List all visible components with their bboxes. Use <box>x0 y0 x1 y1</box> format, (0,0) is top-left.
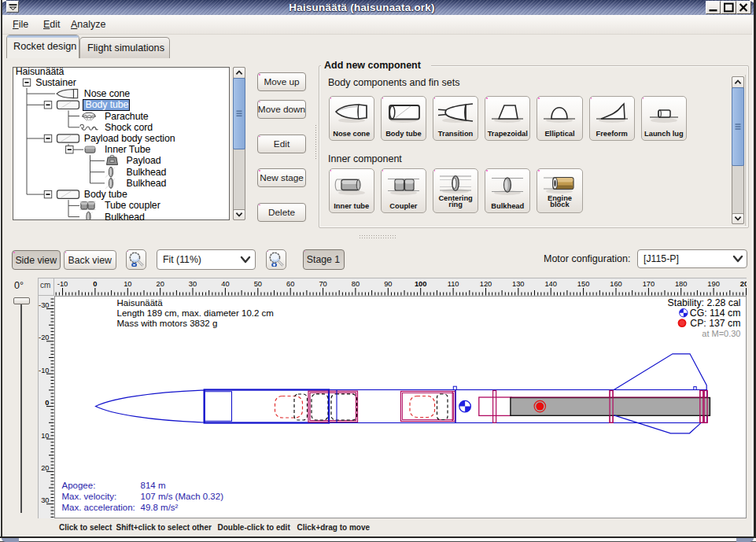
svg-text:Apogee:: Apogee: <box>61 481 95 490</box>
svg-text:70: 70 <box>319 280 326 288</box>
svg-text:40: 40 <box>221 280 229 288</box>
svg-text:CG: 114 cm: CG: 114 cm <box>689 308 740 319</box>
svg-text:140: 140 <box>544 280 557 288</box>
svg-text:20: 20 <box>156 280 164 288</box>
svg-text:-30: -30 <box>39 301 49 309</box>
svg-text:-10: -10 <box>57 280 67 288</box>
svg-text:0: 0 <box>93 280 97 288</box>
svg-text:CP: 137 cm: CP: 137 cm <box>690 318 740 329</box>
svg-text:49.8 m/s²: 49.8 m/s² <box>140 503 178 512</box>
svg-text:150: 150 <box>577 280 589 288</box>
svg-text:120: 120 <box>479 280 492 288</box>
svg-text:20: 20 <box>41 464 49 472</box>
svg-text:90: 90 <box>384 280 392 288</box>
svg-text:180: 180 <box>674 280 687 288</box>
svg-text:170: 170 <box>642 280 655 288</box>
svg-text:50: 50 <box>253 280 261 288</box>
svg-text:Haisunäätä: Haisunäätä <box>116 298 163 308</box>
svg-text:10: 10 <box>124 280 131 288</box>
svg-text:30: 30 <box>188 280 196 288</box>
svg-text:190: 190 <box>707 280 720 288</box>
svg-text:30: 30 <box>41 496 49 504</box>
svg-text:60: 60 <box>286 280 294 288</box>
svg-text:Mass with motors 3832 g: Mass with motors 3832 g <box>116 319 217 328</box>
svg-text:Length 189 cm, max. diameter 1: Length 189 cm, max. diameter 10.2 cm <box>116 308 273 318</box>
svg-text:-20: -20 <box>39 334 49 341</box>
svg-text:200: 200 <box>739 280 746 288</box>
svg-text:0: 0 <box>45 399 49 407</box>
svg-text:Stability: 2.28 cal: Stability: 2.28 cal <box>667 297 740 308</box>
svg-text:107 m/s (Mach 0.32): 107 m/s (Mach 0.32) <box>140 492 223 501</box>
svg-text:Max. velocity:: Max. velocity: <box>61 492 116 501</box>
svg-text:110: 110 <box>447 280 459 288</box>
svg-text:Max. acceleration:: Max. acceleration: <box>61 503 135 512</box>
svg-text:814 m: 814 m <box>140 481 165 490</box>
svg-text:130: 130 <box>512 280 525 288</box>
svg-text:10: 10 <box>41 432 49 440</box>
svg-text:at M=0.30: at M=0.30 <box>702 329 740 338</box>
svg-text:100: 100 <box>414 280 426 288</box>
svg-text:80: 80 <box>351 280 359 288</box>
svg-text:160: 160 <box>610 280 622 288</box>
svg-text:-10: -10 <box>39 367 49 374</box>
